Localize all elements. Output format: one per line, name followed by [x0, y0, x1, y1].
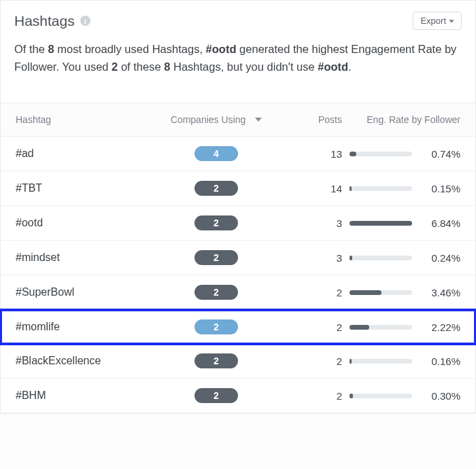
info-icon[interactable]: i [80, 16, 90, 26]
summary-frag: Hashtags, but you didn't use [170, 60, 318, 73]
rate-bar-fill [350, 394, 353, 398]
companies-cell: 2 [158, 388, 274, 403]
page-title: Hashtags [14, 13, 75, 29]
title-row: Hashtags i [14, 13, 90, 29]
rate-bar-fill [350, 152, 356, 156]
col-header-companies-label: Companies Using [171, 114, 246, 125]
rate-value: 0.24% [423, 252, 460, 264]
summary-bold: #ootd [206, 43, 237, 55]
summary-frag: of these [118, 60, 164, 73]
rate-bar-fill [350, 325, 369, 330]
companies-cell: 2 [158, 285, 274, 300]
companies-pill: 2 [194, 353, 238, 368]
companies-pill: 2 [194, 215, 238, 230]
posts-cell: 2 [274, 322, 342, 333]
hashtag-cell: #ad [16, 147, 158, 160]
col-header-rate[interactable]: Eng. Rate by Follower [342, 114, 460, 125]
table-row[interactable]: #SuperBowl223.46% [1, 275, 475, 310]
summary-frag: . [348, 60, 352, 73]
rate-value: 3.46% [423, 287, 460, 298]
sort-desc-icon [255, 118, 262, 122]
companies-pill: 2 [194, 319, 238, 334]
rate-cell: 6.84% [342, 218, 460, 229]
companies-pill: 2 [194, 285, 238, 300]
col-header-posts[interactable]: Posts [274, 114, 342, 125]
col-header-companies[interactable]: Companies Using [158, 114, 274, 125]
summary-text: Of the 8 most broadly used Hashtags, #oo… [1, 37, 475, 103]
posts-cell: 14 [274, 183, 342, 194]
hashtag-cell: #BlackExcellence [16, 355, 158, 367]
posts-cell: 3 [274, 252, 342, 264]
table-body: #ad4130.74%#TBT2140.15%#ootd236.84%#mind… [1, 137, 475, 413]
rate-cell: 0.15% [342, 183, 460, 194]
export-button[interactable]: Export [413, 12, 462, 30]
posts-cell: 3 [274, 218, 342, 229]
rate-value: 6.84% [423, 218, 460, 229]
companies-pill: 2 [194, 181, 238, 196]
table-row[interactable]: #momlife222.22% [0, 309, 476, 345]
rate-bar-fill [350, 186, 352, 191]
hashtag-cell: #ootd [16, 217, 158, 229]
companies-pill: 2 [194, 388, 238, 403]
table-row[interactable]: #ootd236.84% [1, 206, 475, 241]
posts-cell: 2 [274, 287, 342, 298]
summary-bold: #ootd [318, 60, 348, 73]
rate-bar-fill [350, 221, 412, 226]
companies-cell: 2 [158, 319, 274, 334]
export-label: Export [420, 16, 446, 26]
rate-bar-fill [350, 256, 352, 260]
rate-bar-track [350, 256, 412, 260]
hashtag-cell: #SuperBowl [16, 286, 158, 298]
rate-bar-track [350, 290, 412, 295]
rate-value: 0.30% [423, 390, 460, 402]
table-row[interactable]: #BlackExcellence220.16% [1, 344, 475, 379]
summary-bold: 2 [112, 60, 118, 73]
rate-cell: 0.30% [342, 390, 460, 402]
hashtag-cell: #mindset [16, 251, 158, 264]
rate-bar-track [350, 221, 412, 226]
table-header: Hashtag Companies Using Posts Eng. Rate … [1, 103, 475, 137]
hashtags-table: Hashtag Companies Using Posts Eng. Rate … [1, 103, 475, 413]
summary-frag: most broadly used Hashtags, [54, 43, 206, 55]
table-row[interactable]: #mindset230.24% [1, 241, 475, 275]
table-row[interactable]: #ad4130.74% [1, 137, 475, 171]
companies-pill: 4 [194, 146, 238, 161]
rate-value: 0.74% [423, 148, 460, 160]
hashtag-cell: #momlife [16, 321, 158, 333]
rate-cell: 0.16% [342, 355, 460, 367]
rate-value: 2.22% [423, 322, 460, 333]
rate-cell: 0.24% [342, 252, 460, 264]
hashtags-panel: Hashtags i Export Of the 8 most broadly … [0, 0, 476, 414]
rate-bar-fill [350, 359, 352, 364]
rate-value: 0.16% [423, 355, 460, 367]
rate-value: 0.15% [423, 183, 460, 194]
posts-cell: 2 [274, 390, 342, 402]
rate-bar-track [350, 394, 412, 398]
companies-cell: 2 [158, 353, 274, 368]
posts-cell: 2 [274, 355, 342, 367]
companies-cell: 2 [158, 215, 274, 230]
rate-bar-track [350, 359, 412, 364]
summary-frag: Of the [14, 43, 48, 55]
rate-bar-track [350, 152, 412, 156]
hashtag-cell: #BHM [16, 389, 158, 402]
table-row[interactable]: #BHM220.30% [1, 379, 475, 413]
summary-bold: 8 [48, 43, 54, 55]
panel-header: Hashtags i Export [1, 1, 475, 37]
rate-bar-track [350, 186, 412, 191]
companies-cell: 4 [158, 146, 274, 161]
rate-bar-track [350, 325, 412, 330]
col-header-hashtag[interactable]: Hashtag [16, 114, 158, 125]
rate-cell: 3.46% [342, 287, 460, 298]
table-row[interactable]: #TBT2140.15% [1, 171, 475, 206]
rate-bar-fill [350, 290, 381, 295]
chevron-down-icon [449, 20, 454, 23]
summary-bold: 8 [164, 60, 170, 73]
companies-pill: 2 [194, 250, 238, 265]
companies-cell: 2 [158, 250, 274, 265]
posts-cell: 13 [274, 148, 342, 160]
rate-cell: 2.22% [342, 322, 460, 333]
rate-cell: 0.74% [342, 148, 460, 160]
hashtag-cell: #TBT [16, 182, 158, 194]
companies-cell: 2 [158, 181, 274, 196]
